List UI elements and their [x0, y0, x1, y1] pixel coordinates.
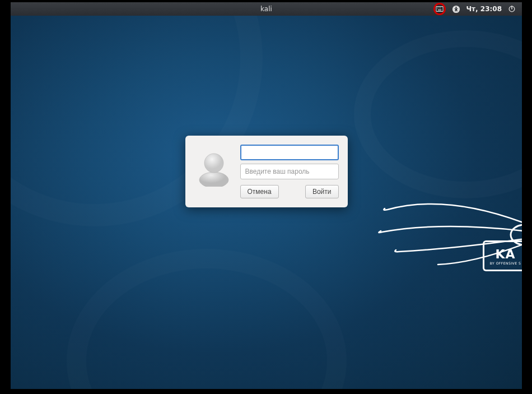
annotation-highlight — [433, 3, 446, 15]
kali-logo-subtitle: BY OFFENSIVE S — [490, 261, 521, 265]
password-field[interactable] — [240, 164, 339, 179]
svg-point-6 — [455, 7, 456, 8]
kali-dragon-decoration — [365, 182, 522, 294]
username-field[interactable] — [240, 145, 339, 160]
power-icon[interactable] — [507, 4, 516, 13]
bg-decoration — [354, 30, 522, 198]
desktop-screen: kali — [11, 2, 522, 389]
svg-rect-0 — [436, 7, 443, 12]
keyboard-layout-icon[interactable] — [435, 4, 444, 13]
login-dialog: Отмена Войти — [185, 136, 348, 207]
bg-decoration — [11, 2, 300, 264]
login-fields: Отмена Войти — [240, 145, 339, 198]
svg-point-10 — [204, 154, 223, 173]
kali-logo-box: KA BY OFFENSIVE S — [483, 240, 522, 271]
login-button[interactable]: Войти — [305, 185, 339, 198]
clock-label[interactable]: Чт, 23:08 — [466, 5, 502, 13]
svg-point-9 — [199, 172, 228, 187]
cancel-button[interactable]: Отмена — [240, 185, 279, 198]
top-panel: kali — [11, 2, 522, 16]
hostname-label: kali — [260, 5, 272, 13]
login-button-row: Отмена Войти — [240, 185, 339, 198]
bg-decoration — [67, 249, 347, 389]
kali-logo-text: KA — [495, 247, 515, 261]
accessibility-icon[interactable] — [451, 4, 460, 13]
topbar-right-section: Чт, 23:08 — [433, 3, 522, 15]
user-avatar-icon — [194, 145, 234, 189]
